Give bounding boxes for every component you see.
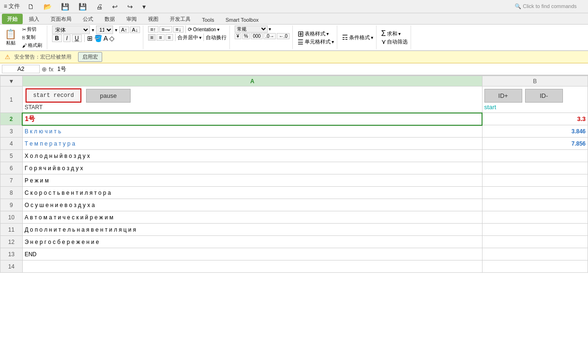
align-left-btn[interactable]: ≡ — [148, 34, 156, 41]
align-center-btn[interactable]: ≡ — [157, 34, 164, 41]
format-btn[interactable]: 🖌 格式刷 — [20, 42, 44, 49]
search-commands[interactable]: 🔍 Click to find commands — [515, 3, 577, 9]
cell-b6[interactable] — [482, 162, 588, 174]
font-size-select[interactable]: 11 — [96, 26, 113, 34]
merge-btn[interactable]: 合并居中 — [177, 34, 198, 41]
underline-btn[interactable]: U — [72, 35, 82, 42]
id-minus-button[interactable]: ID- — [525, 89, 563, 103]
enable-macro-btn[interactable]: 启用宏 — [78, 52, 102, 62]
wrap-btn[interactable]: 自动换行 — [206, 34, 227, 41]
col-b-header[interactable]: B — [482, 76, 588, 87]
cell-a5[interactable]: Х о л о д н ы й в о з д у х — [22, 150, 482, 162]
decrease-font-btn[interactable]: A↓ — [130, 26, 140, 33]
cut-btn[interactable]: ✂ 剪切 — [20, 26, 44, 33]
increase-font-btn[interactable]: A↑ — [119, 26, 129, 33]
filter-label[interactable]: 自动筛选 — [387, 38, 408, 45]
new-icon[interactable]: 🗋 — [27, 3, 34, 10]
percent-btn[interactable]: % — [242, 33, 250, 39]
cell-style-label[interactable]: 单元格样式 — [305, 38, 331, 45]
cell-b2[interactable]: 3.3 — [482, 113, 588, 125]
merge-dropdown[interactable]: ▾ — [199, 35, 202, 40]
print-icon[interactable]: 🖨 — [96, 3, 103, 10]
zoom-icon[interactable]: ⊕ — [42, 66, 47, 73]
cell-b12[interactable] — [482, 236, 588, 248]
number-format-dropdown[interactable]: ▾ — [269, 26, 271, 32]
table-style-dropdown[interactable]: ▾ — [326, 31, 329, 36]
tab-tools[interactable]: Tools — [197, 15, 219, 24]
cell-a8[interactable]: С к о р о с т ь в е н т и л я т о р а — [22, 187, 482, 199]
undo-icon[interactable]: ↩ — [112, 3, 118, 10]
cell-a2[interactable]: 1号 — [22, 113, 482, 125]
sum-dropdown[interactable]: ▾ — [398, 31, 401, 36]
cell-b7[interactable] — [482, 174, 588, 187]
cell-a12[interactable]: Э н е р г о с б е р е ж е н и е — [22, 236, 482, 248]
cell-a9[interactable]: О с у ш е н и е в о з д у х а — [22, 199, 482, 211]
cell-b3[interactable]: 3.846 — [482, 125, 588, 138]
col-a-header[interactable]: A — [22, 76, 482, 87]
font-color-icon[interactable]: A — [104, 35, 108, 42]
start-record-button[interactable]: start record — [26, 88, 81, 103]
bold-btn[interactable]: B — [52, 35, 62, 42]
cell-a3[interactable]: В к л ю ч и т ь — [22, 125, 482, 138]
cell-b9[interactable] — [482, 199, 588, 211]
cell-reference-input[interactable] — [2, 65, 40, 73]
tab-view[interactable]: 视图 — [143, 14, 164, 24]
align-bottom-btn[interactable]: ≡↓ — [173, 26, 184, 33]
orientation-btn[interactable]: ⟳ — [188, 26, 192, 33]
align-middle-btn[interactable]: ≡— — [159, 26, 172, 33]
dec-increase-btn[interactable]: .0→ — [263, 33, 276, 39]
conditional-format-label[interactable]: 条件格式 — [349, 34, 370, 41]
align-right-btn[interactable]: ≡ — [166, 34, 173, 41]
align-top-btn[interactable]: ≡↑ — [148, 26, 158, 33]
tab-smart-toolbox[interactable]: Smart Toolbox — [220, 15, 264, 24]
cell-a6[interactable]: Г о р я ч и й в о з д у х — [22, 162, 482, 174]
cell-a4[interactable]: Т е м п е р а т у р а — [22, 138, 482, 150]
cell-b10[interactable] — [482, 211, 588, 224]
tab-start[interactable]: 开始 — [2, 14, 23, 24]
cell-a14[interactable] — [22, 260, 482, 273]
menu-file[interactable]: ≡ 文件 — [4, 2, 20, 10]
orientation-dropdown[interactable]: ▾ — [217, 27, 219, 32]
tab-insert[interactable]: 插入 — [24, 14, 44, 24]
fill-color-icon[interactable]: 🪣 — [94, 35, 102, 42]
redo-icon[interactable]: ↪ — [127, 3, 133, 10]
formula-input[interactable] — [55, 65, 586, 73]
cell-b5[interactable] — [482, 150, 588, 162]
id-plus-button[interactable]: ID+ — [484, 89, 522, 103]
tab-review[interactable]: 审阅 — [121, 14, 142, 24]
number-format-select[interactable]: 常规 — [235, 26, 268, 33]
clear-icon[interactable]: ◇ — [109, 35, 114, 42]
save2-icon[interactable]: 💾 — [79, 3, 87, 10]
open-icon[interactable]: 📂 — [44, 3, 52, 10]
cell-a10[interactable]: А в т о м а т и ч е с к и й р е ж и м — [22, 211, 482, 224]
pause-button[interactable]: pause — [86, 89, 130, 103]
italic-btn[interactable]: I — [63, 35, 70, 42]
currency-btn[interactable]: ¥ — [235, 33, 241, 39]
tab-formula[interactable]: 公式 — [78, 14, 98, 24]
paste-btn[interactable]: 📋 粘贴 — [2, 27, 19, 47]
dropdown-icon[interactable]: ▾ — [142, 3, 146, 10]
table-style-label[interactable]: 表格样式 — [305, 30, 325, 37]
thousands-btn[interactable]: 000 — [251, 33, 263, 39]
conditional-dropdown[interactable]: ▾ — [371, 35, 373, 40]
dec-decrease-btn[interactable]: ←.0 — [277, 33, 289, 39]
cell-b14[interactable] — [482, 260, 588, 273]
save-icon[interactable]: 💾 — [61, 3, 69, 10]
cell-b8[interactable] — [482, 187, 588, 199]
cell-a13[interactable]: END — [22, 248, 482, 260]
border-icon[interactable]: ⊞ — [87, 35, 93, 42]
tab-page-layout[interactable]: 页面布局 — [45, 14, 77, 24]
fx-label: fx — [49, 66, 53, 73]
cell-a7[interactable]: Р е ж и м — [22, 174, 482, 187]
cell-style-dropdown[interactable]: ▾ — [332, 39, 334, 44]
cell-a11[interactable]: Д о п о л н и т е л ь н а я в е н т и л … — [22, 224, 482, 236]
tab-data[interactable]: 数据 — [99, 14, 120, 24]
copy-btn[interactable]: ⎘ 复制 — [20, 34, 44, 41]
cell-b13[interactable] — [482, 248, 588, 260]
sum-label[interactable]: 求和 — [387, 30, 397, 37]
toolbar-icons[interactable]: 🗋 📂 💾 💾 🖨 ↩ ↪ ▾ — [27, 3, 153, 10]
tab-developer[interactable]: 开发工具 — [165, 14, 196, 24]
font-family-select[interactable]: 宋体 — [52, 26, 90, 34]
cell-b11[interactable] — [482, 224, 588, 236]
cell-b4[interactable]: 7.856 — [482, 138, 588, 150]
